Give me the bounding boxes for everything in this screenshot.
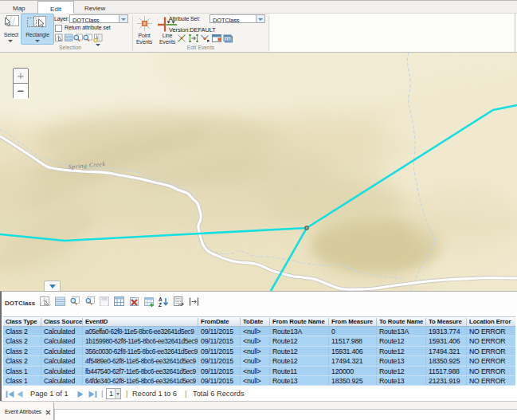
svg-text:Z: Z xyxy=(159,302,162,308)
